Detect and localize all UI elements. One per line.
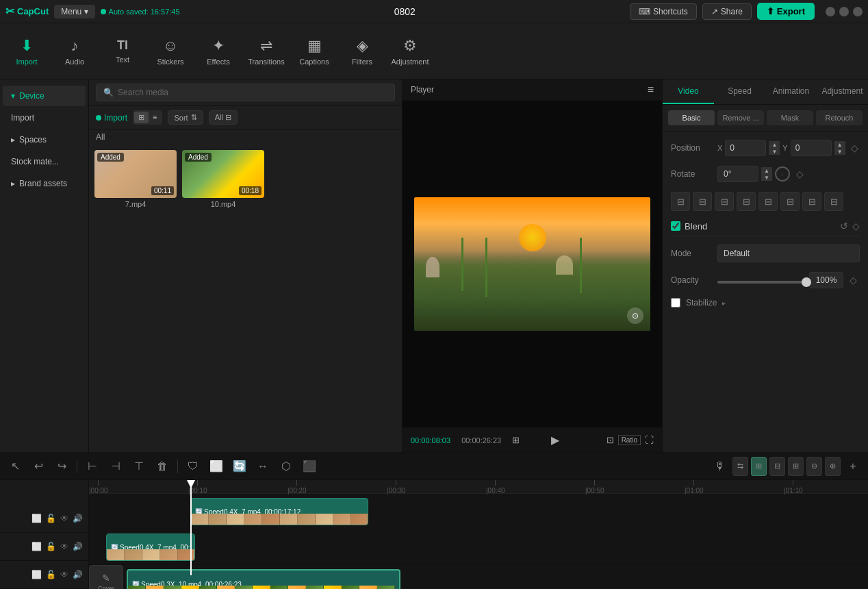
track2-lock-icon[interactable]: 🔓 — [46, 542, 56, 551]
distribute-h-button[interactable]: ⊟ — [802, 192, 821, 211]
track3-lock-icon[interactable]: 🔓 — [46, 570, 56, 579]
sidebar-item-device[interactable]: ▾ Device — [3, 86, 86, 106]
track3-eye-icon[interactable]: 👁 — [60, 570, 68, 579]
toolbar-item-import[interactable]: ⬇ Import — [3, 25, 51, 78]
filter-all-button[interactable]: All ⊟ — [209, 110, 238, 125]
delete-button[interactable]: 🗑 — [153, 457, 172, 476]
align-bottom-button[interactable]: ⊟ — [780, 192, 800, 211]
split-right-button[interactable]: ⊤ — [129, 457, 149, 476]
track2-eye-icon[interactable]: 👁 — [60, 542, 68, 551]
toolbar-item-transitions[interactable]: ⇌ Transitions — [242, 25, 290, 78]
position-x-stepper[interactable]: ▲ ▼ — [769, 141, 780, 155]
track1-layout-icon[interactable]: ⬜ — [31, 514, 42, 523]
pointer-tool-button[interactable]: ↖ — [5, 457, 25, 476]
main-track-button[interactable]: ⊞ — [751, 457, 767, 476]
rotate-input[interactable] — [717, 166, 758, 182]
export-button[interactable]: ⬆ Export — [757, 3, 815, 20]
sidebar-item-import[interactable]: Import — [3, 108, 86, 128]
opacity-slider[interactable] — [717, 281, 806, 284]
sub-tab-remove[interactable]: Remove ... — [717, 110, 764, 125]
flip-h-button[interactable]: ↔ — [253, 457, 272, 476]
mic-button[interactable]: 🎙 — [711, 457, 730, 476]
distribute-v-button[interactable]: ⊟ — [824, 192, 843, 211]
share-button[interactable]: ↗ Share — [702, 3, 752, 20]
blend-mode-select[interactable]: Default — [717, 245, 860, 262]
media-item-10mp4[interactable]: Added 00:18 10.mp4 — [182, 150, 264, 208]
shape-button[interactable]: ⬡ — [277, 457, 296, 476]
opacity-thumb[interactable] — [802, 277, 811, 287]
search-bar[interactable]: 🔍 Search media — [96, 84, 395, 101]
tab-video[interactable]: Video — [663, 79, 714, 104]
sidebar-item-brand-assets[interactable]: ▸ Brand assets — [3, 173, 86, 194]
freeze-button[interactable]: 🛡 — [183, 457, 203, 476]
tab-animation[interactable]: Animation — [765, 79, 817, 104]
crop-clip-button[interactable]: ⬜ — [207, 457, 226, 476]
position-x-input[interactable] — [725, 140, 766, 156]
clip-track1[interactable]: 🔄 Speed0.4X 7.mp4 00:00:17:12 — [190, 498, 368, 525]
toolbar-item-captions[interactable]: ▦ Captions — [290, 25, 338, 78]
tab-speed[interactable]: Speed — [714, 79, 765, 104]
import-media-button[interactable]: Import — [96, 113, 127, 123]
play-button[interactable]: ▶ — [551, 434, 559, 447]
split-button[interactable]: ⊢ — [83, 457, 102, 476]
clip-track3[interactable]: 🔄 Speed0.3X 10.mp4 00:00:26:23 — [127, 569, 400, 589]
subtract-button[interactable]: ⊖ — [806, 457, 822, 476]
player-target-icon[interactable]: ⊙ — [627, 308, 643, 324]
split-left-button[interactable]: ⊣ — [106, 457, 125, 476]
add-button[interactable]: ⊕ — [825, 457, 841, 476]
align-center-h-button[interactable]: ⊟ — [693, 192, 712, 211]
stepper-up[interactable]: ▲ — [769, 141, 780, 148]
stepper-down[interactable]: ▼ — [769, 148, 780, 155]
track3-layout-icon[interactable]: ⬜ — [31, 570, 42, 579]
blend-reset-button[interactable]: ↺ — [840, 221, 848, 231]
toolbar-item-effects[interactable]: ✦ Effects — [194, 25, 242, 78]
align-top-button[interactable]: ⊟ — [737, 192, 756, 211]
opacity-value-input[interactable] — [809, 272, 843, 288]
player-video-area[interactable]: ⊙ — [403, 101, 662, 427]
align-right-button[interactable]: ⊟ — [715, 192, 734, 211]
menu-button[interactable]: Menu ▾ — [54, 5, 94, 18]
track1-volume-icon[interactable]: 🔊 — [73, 514, 83, 523]
track2-layout-icon[interactable]: ⬜ — [31, 542, 42, 551]
stabilize-checkbox[interactable] — [671, 298, 680, 308]
grid-toggle-button[interactable]: ⊞ — [512, 435, 520, 445]
align-left-button[interactable]: ⊟ — [671, 192, 690, 211]
clip-track2[interactable]: 🔄 Speed0.4X 7.mp4 00: — [106, 534, 195, 561]
rotate-keyframe-button[interactable]: ◇ — [793, 167, 806, 181]
position-y-stepper[interactable]: ▲ ▼ — [834, 141, 845, 155]
tab-adjustment[interactable]: Adjustment — [817, 79, 868, 104]
maximize-button[interactable] — [839, 7, 849, 16]
track2-volume-icon[interactable]: 🔊 — [73, 542, 83, 551]
align-center-v-button[interactable]: ⊟ — [758, 192, 778, 211]
secondary-track-button[interactable]: ⊟ — [769, 457, 785, 476]
blend-keyframe-button[interactable]: ◇ — [852, 221, 860, 231]
rotate-stepper[interactable]: ▲ ▼ — [761, 167, 772, 181]
snap-button[interactable]: ⊞ — [788, 457, 804, 476]
close-button[interactable] — [853, 7, 863, 16]
stepper-y-up[interactable]: ▲ — [834, 141, 845, 148]
opacity-keyframe-button[interactable]: ◇ — [846, 273, 860, 287]
trim-button[interactable]: ⬛ — [300, 457, 319, 476]
rotate-circle[interactable]: - — [775, 166, 790, 181]
toolbar-item-text[interactable]: TI Text — [99, 25, 146, 78]
shortcuts-button[interactable]: ⌨ Shortcuts — [630, 3, 697, 20]
blend-checkbox[interactable] — [671, 221, 680, 231]
list-view-button[interactable]: ≡ — [149, 112, 161, 123]
fullscreen-button[interactable]: ⛶ — [645, 435, 654, 445]
toolbar-item-adjustment[interactable]: ⚙ Adjustment — [386, 25, 434, 78]
ratio-button[interactable]: Ratio — [618, 435, 641, 445]
track1-eye-icon[interactable]: 👁 — [60, 514, 68, 523]
redo-button[interactable]: ↪ — [52, 457, 71, 476]
rotate-stepper-down[interactable]: ▼ — [761, 174, 772, 181]
minimize-button[interactable] — [826, 7, 835, 16]
toolbar-item-filters[interactable]: ◈ Filters — [338, 25, 386, 78]
toolbar-item-audio[interactable]: ♪ Audio — [51, 25, 99, 78]
crop-button[interactable]: ⊡ — [607, 435, 614, 445]
grid-view-button[interactable]: ⊞ — [134, 112, 149, 123]
sidebar-item-spaces[interactable]: ▸ Spaces — [3, 129, 86, 150]
stepper-y-down[interactable]: ▼ — [834, 148, 845, 155]
sub-tab-basic[interactable]: Basic — [668, 110, 715, 125]
track3-volume-icon[interactable]: 🔊 — [73, 570, 83, 579]
sort-button[interactable]: Sort ⇅ — [168, 110, 203, 125]
position-keyframe-button[interactable]: ◇ — [848, 141, 862, 155]
